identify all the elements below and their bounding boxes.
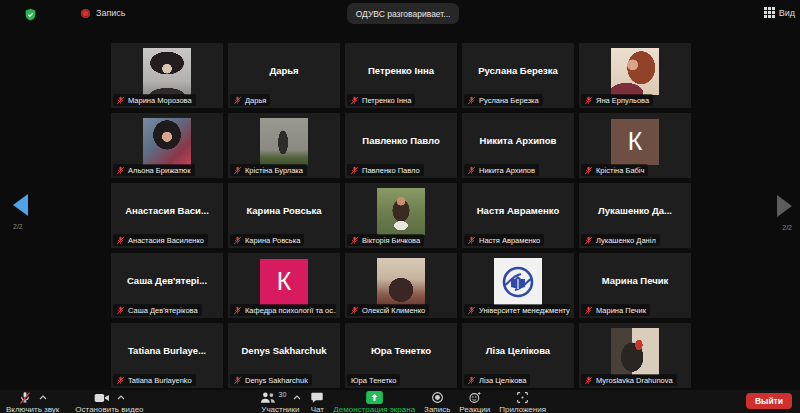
- muted-mic-icon: [233, 236, 242, 245]
- smiley-icon: [468, 391, 482, 404]
- participant-label: Анастасия Василенко: [113, 234, 208, 246]
- stop-video-button[interactable]: Остановить видео: [75, 390, 143, 413]
- muted-mic-icon: [350, 236, 359, 245]
- participant-label: Марина Морозова: [113, 94, 196, 106]
- participant-name: Лукашенко Да...: [598, 205, 672, 226]
- participant-label: Ліза Целікова: [464, 374, 530, 386]
- participant-tile[interactable]: Крістіна Бурлака: [228, 113, 340, 178]
- participant-tile[interactable]: К Крістіна Бабіч: [579, 113, 691, 178]
- participant-tile[interactable]: К Кафедра психології та ос...: [228, 253, 340, 318]
- share-screen-button[interactable]: Демонстрация экрана: [333, 390, 415, 413]
- muted-mic-icon: [233, 96, 242, 105]
- participant-label: Університет менеджменту ...: [464, 304, 570, 316]
- muted-mic-icon: [584, 306, 593, 315]
- share-screen-icon: [366, 391, 383, 404]
- participant-label: Лукашенко Даніл: [581, 234, 660, 246]
- participant-tile[interactable]: Лукашенко Да... Лукашенко Даніл: [579, 183, 691, 248]
- muted-mic-icon: [233, 166, 242, 175]
- muted-mic-icon: [116, 306, 125, 315]
- university-logo: [494, 258, 542, 305]
- chevron-up-icon[interactable]: [117, 395, 125, 400]
- participant-label: Denys Sakharchuk: [230, 374, 312, 386]
- record-button[interactable]: Запись: [424, 390, 450, 413]
- participant-video-thumbnail: [143, 48, 191, 95]
- participant-tile[interactable]: Павленко Павло Павленко Павло: [345, 113, 457, 178]
- participant-label: Марина Печик: [581, 304, 650, 316]
- muted-mic-icon: [467, 236, 476, 245]
- participant-name: Руслана Березка: [478, 65, 558, 86]
- participant-label: Tatiana Burlayenko: [113, 374, 196, 386]
- participant-label: Альона Брижатюк: [113, 164, 195, 176]
- page-indicator: 2/2: [13, 223, 28, 230]
- reactions-button[interactable]: Реакции: [459, 390, 490, 413]
- participant-tile[interactable]: Олексій Клименко: [345, 253, 457, 318]
- participant-name: Дарья: [269, 65, 298, 86]
- participant-grid: Марина Морозова Дарья Дарья Петренко Інн…: [111, 43, 691, 388]
- participants-icon: [260, 391, 276, 404]
- participant-name: Denys Sakharchuk: [241, 345, 326, 366]
- zoom-meeting-window: Запись ОДУВС разговаривает... Вид 2/2 Ма…: [0, 0, 800, 413]
- participant-tile[interactable]: Настя Авраменко Настя Авраменко: [462, 183, 574, 248]
- participant-label: Дарья: [230, 94, 270, 106]
- participant-label: Кафедра психології та ос...: [230, 304, 336, 316]
- apps-button[interactable]: Приложения: [499, 390, 546, 413]
- participant-name: Tatiana Burlaye...: [128, 345, 206, 366]
- mic-muted-icon: [18, 391, 32, 405]
- meeting-toolbar: Включить звук Остановить видео 30 Участн…: [0, 390, 800, 413]
- participant-video-thumbnail: [143, 118, 191, 165]
- participant-tile[interactable]: Вікторія Бичкова: [345, 183, 457, 248]
- top-bar: Запись ОДУВС разговаривает... Вид: [0, 0, 800, 28]
- muted-mic-icon: [584, 166, 593, 175]
- participant-tile[interactable]: Альона Брижатюк: [111, 113, 223, 178]
- participant-label: Павленко Павло: [347, 164, 424, 176]
- participant-tile[interactable]: Університет менеджменту ...: [462, 253, 574, 318]
- participant-tile[interactable]: Tatiana Burlaye... Tatiana Burlayenko: [111, 323, 223, 388]
- muted-mic-icon: [467, 376, 476, 385]
- chat-button[interactable]: Чат: [310, 390, 324, 413]
- arrow-left-icon: [13, 194, 28, 216]
- participant-tile[interactable]: Ліза Целікова Ліза Целікова: [462, 323, 574, 388]
- participant-label: Настя Авраменко: [464, 234, 544, 246]
- participant-tile[interactable]: Юра Тенетко Юра Тенетко: [345, 323, 457, 388]
- participant-tile[interactable]: Анастасия Васи... Анастасия Василенко: [111, 183, 223, 248]
- participant-tile[interactable]: Denys Sakharchuk Denys Sakharchuk: [228, 323, 340, 388]
- muted-mic-icon: [467, 306, 476, 315]
- participant-name: Никита Архипов: [480, 135, 557, 156]
- participant-tile[interactable]: Яна Ерпульова: [579, 43, 691, 108]
- recording-dot-icon: [81, 9, 90, 18]
- participant-label: Вікторія Бичкова: [347, 234, 424, 246]
- participant-tile[interactable]: Марина Морозова: [111, 43, 223, 108]
- participant-label: Никита Архипов: [464, 164, 539, 176]
- participant-video-thumbnail: [611, 48, 659, 95]
- participant-label: Саша Дев'ятерікова: [113, 304, 202, 316]
- participant-video-thumbnail: [377, 258, 425, 305]
- muted-mic-icon: [116, 96, 125, 105]
- participant-tile[interactable]: Саша Дев'ятері... Саша Дев'ятерікова: [111, 253, 223, 318]
- muted-mic-icon: [467, 96, 476, 105]
- leave-meeting-button[interactable]: Выйти: [746, 393, 792, 409]
- participant-tile[interactable]: Петренко Інна Петренко Інна: [345, 43, 457, 108]
- participant-label: Петренко Інна: [347, 94, 415, 106]
- participant-name: Саша Дев'ятері...: [127, 275, 207, 296]
- participant-video-thumbnail: [260, 118, 308, 165]
- muted-mic-icon: [467, 166, 476, 175]
- previous-page-button[interactable]: 2/2: [13, 194, 28, 230]
- participant-name: Карина Ровська: [246, 205, 321, 226]
- participant-tile[interactable]: Марина Печик Марина Печик: [579, 253, 691, 318]
- chevron-up-icon[interactable]: [39, 395, 47, 400]
- participant-tile[interactable]: Дарья Дарья: [228, 43, 340, 108]
- participant-tile[interactable]: Никита Архипов Никита Архипов: [462, 113, 574, 178]
- participant-tile[interactable]: Myroslavka Drahunova: [579, 323, 691, 388]
- next-page-button[interactable]: 2/2: [777, 195, 792, 231]
- participant-label: Яна Ерпульова: [581, 94, 653, 106]
- participant-tile[interactable]: Руслана Березка Руслана Березка: [462, 43, 574, 108]
- participants-button[interactable]: 30 Участники: [260, 390, 302, 413]
- chevron-up-icon[interactable]: [293, 395, 301, 400]
- camera-icon: [94, 392, 110, 404]
- participant-label: Карина Ровська: [230, 234, 304, 246]
- view-button[interactable]: Вид: [764, 7, 795, 18]
- unmute-button[interactable]: Включить звук: [6, 390, 59, 413]
- participant-name: Анастасия Васи...: [125, 205, 209, 226]
- security-shield-icon[interactable]: [24, 7, 37, 25]
- participant-tile[interactable]: Карина Ровська Карина Ровська: [228, 183, 340, 248]
